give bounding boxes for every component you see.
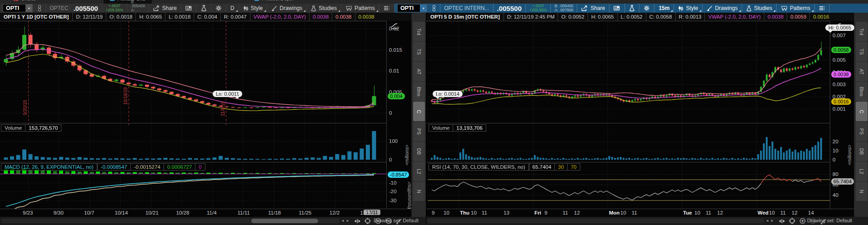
divider — [426, 123, 854, 123]
volume-header-row: Volume 153,726,570 — [1, 124, 61, 132]
volume-label[interactable]: Volume — [429, 124, 453, 132]
timeframe-button[interactable]: D — [226, 4, 239, 13]
sidebar-tab-label: DB — [416, 148, 422, 155]
sidebar-tab-btns[interactable]: Btns — [856, 82, 868, 101]
sidebar-tab-c[interactable]: C — [413, 102, 425, 121]
symbol-value[interactable]: OPTI — [3, 5, 25, 11]
symbol-value[interactable]: OPTI — [398, 5, 420, 11]
analyze-button[interactable] — [197, 4, 211, 13]
sidebar-tab-btns[interactable]: Btns — [413, 82, 425, 101]
auto-scroll-icon[interactable] — [354, 217, 361, 225]
scroll-arrows[interactable]: ◂ ▸ — [342, 218, 350, 223]
time-axis-label: 10/28 — [176, 210, 190, 215]
sidebar-tab-at[interactable]: AT — [856, 62, 868, 81]
sidebar-tab-l2[interactable]: L2 — [413, 161, 425, 181]
right-price-axis[interactable]: <millions> 0.0070.0050.0040.0030.0020.00… — [830, 21, 854, 209]
symbol-input[interactable]: OPTI ▾ — [397, 4, 427, 12]
symbol-dropdown-button[interactable]: ▾ — [420, 5, 427, 12]
studies-button[interactable]: Studies — [307, 4, 341, 13]
sidebar-tab-ps[interactable]: PS — [413, 122, 425, 141]
share-button[interactable]: Share — [149, 4, 181, 13]
chart-scrollbar-thumb[interactable] — [251, 219, 318, 223]
scroll-arrows[interactable]: ◂ ▸ — [766, 218, 774, 223]
tab-product-depth[interactable]: Product Depth — [254, 0, 294, 4]
time-axis-label: Mon — [609, 210, 620, 215]
sidebar-tab-ts[interactable]: TS — [856, 42, 868, 61]
sidebar-tab-n[interactable]: N — [856, 181, 868, 201]
sidebar-tab-at[interactable]: AT — [413, 62, 425, 81]
drawing-set-label[interactable]: Drawing set: Default — [374, 218, 419, 223]
right-volume-pane[interactable] — [428, 123, 830, 162]
news-button[interactable] — [181, 4, 197, 13]
symbol-dropdown-button[interactable]: ▾ — [25, 5, 32, 12]
settings-button[interactable] — [211, 4, 226, 13]
timeframe-button[interactable]: 15m — [654, 4, 674, 13]
left-price-axis[interactable]: <millions> <thousandths> 0.020.0150.010.… — [386, 21, 411, 209]
sidebar-tab-label: PS — [859, 128, 864, 134]
studies-button[interactable]: Studies — [742, 4, 777, 13]
left-price-pane[interactable] — [0, 21, 386, 123]
chart-menu-button[interactable] — [815, 4, 830, 13]
ohlc-field: O: 0.0018 — [106, 13, 136, 21]
drawings-button[interactable]: Drawings — [703, 4, 742, 13]
news-button[interactable] — [609, 4, 625, 13]
chart-scrollbar[interactable] — [427, 219, 764, 223]
vwap-study-label[interactable]: VWAP (-2.0, 2.0, DAY) — [250, 13, 309, 21]
settings-button[interactable] — [639, 4, 654, 13]
symbol-input[interactable]: OPTI ▾ — [3, 4, 33, 12]
sidebar-tab-ts[interactable]: TS — [413, 42, 425, 61]
link-button[interactable] — [34, 4, 46, 13]
rsi-label[interactable]: RSI (14, 70, 30, CLOSE, WILDERS, no) — [429, 163, 529, 171]
right-chart-window: OPTI 5 D 15m [OTC OTHER] D: 12/11/19 2:4… — [426, 13, 868, 225]
drawings-label: Drawings — [279, 5, 302, 11]
link-button[interactable] — [428, 4, 440, 13]
drawings-button[interactable]: Drawings — [267, 4, 307, 13]
tab-charts[interactable]: Charts — [14, 0, 35, 4]
analyze-button[interactable] — [625, 4, 639, 13]
macd-label[interactable]: MACD (12, 26, 9, EXPONENTIAL, no) — [1, 163, 97, 171]
volume-label[interactable]: Volume — [1, 124, 25, 132]
crosshair-icon[interactable] — [788, 217, 796, 225]
right-chart-toolbar: OPTI ▾ OPTEC INTERN... .005500 +.0037 +2… — [394, 4, 868, 13]
link-icon — [432, 5, 436, 11]
sidebar-tab-db[interactable]: DB — [856, 142, 868, 161]
crosshair-icon[interactable] — [364, 217, 371, 225]
right-gadget-sidebar: TrdTSATBtnsCPSDBL2N — [854, 13, 868, 225]
patterns-button[interactable]: Patterns — [341, 4, 379, 13]
axis-price-badge: 0.0058 — [831, 47, 851, 53]
link-icon — [37, 5, 42, 11]
chart-style-icon — [678, 5, 683, 11]
auto-scroll-icon[interactable] — [778, 217, 785, 225]
drawing-set-label[interactable]: Drawing set: Default — [807, 218, 852, 223]
chart-title: OPTI 1 Y 1D [OTC OTHER] — [0, 13, 72, 21]
right-price-pane[interactable] — [428, 21, 830, 123]
sidebar-tab-c[interactable]: C — [856, 102, 868, 121]
ohlc-field: C: 0.0058 — [646, 13, 675, 21]
sidebar-tab-l2[interactable]: L2 — [856, 161, 868, 181]
thinkorswim-screen: Charts Flexible Grid Product Depth OPTI … — [0, 0, 868, 225]
time-axis-label: 12 — [574, 210, 580, 215]
sidebar-tab-trd[interactable]: Trd — [413, 22, 425, 41]
vwap-study-label[interactable]: VWAP (-2.0, 2.0, DAY) — [704, 13, 763, 21]
sidebar-tab-label: N — [416, 190, 422, 193]
axis-tick-label: -20 — [389, 189, 397, 194]
share-button[interactable]: Share — [577, 4, 609, 13]
sidebar-tab-ps[interactable]: PS — [856, 122, 868, 141]
patterns-button[interactable]: Patterns — [777, 4, 815, 13]
chart-menu-button[interactable] — [379, 4, 394, 13]
style-button[interactable]: Style — [674, 4, 703, 13]
divider — [0, 21, 411, 21]
time-axis-label: 11 — [780, 210, 786, 215]
zoom-in-icon[interactable] — [799, 217, 806, 225]
sidebar-tab-label: DB — [859, 148, 864, 155]
axis-tick-label: -30 — [389, 198, 397, 203]
axis-tick-label: 0.02 — [389, 26, 399, 31]
sidebar-tab-trd[interactable]: Trd — [856, 22, 868, 41]
sidebar-tab-n[interactable]: N — [413, 181, 425, 201]
time-axis-label: 11 — [563, 210, 568, 215]
style-button[interactable]: Style — [239, 4, 268, 13]
ohlc-fields: D: 12/11/19O: 0.0018H: 0.0065L: 0.0018C:… — [72, 13, 249, 21]
sidebar-tab-db[interactable]: DB — [413, 142, 425, 161]
time-axis-label: 10 — [620, 210, 626, 215]
company-name: OPTEC INTERN... — [440, 4, 493, 13]
